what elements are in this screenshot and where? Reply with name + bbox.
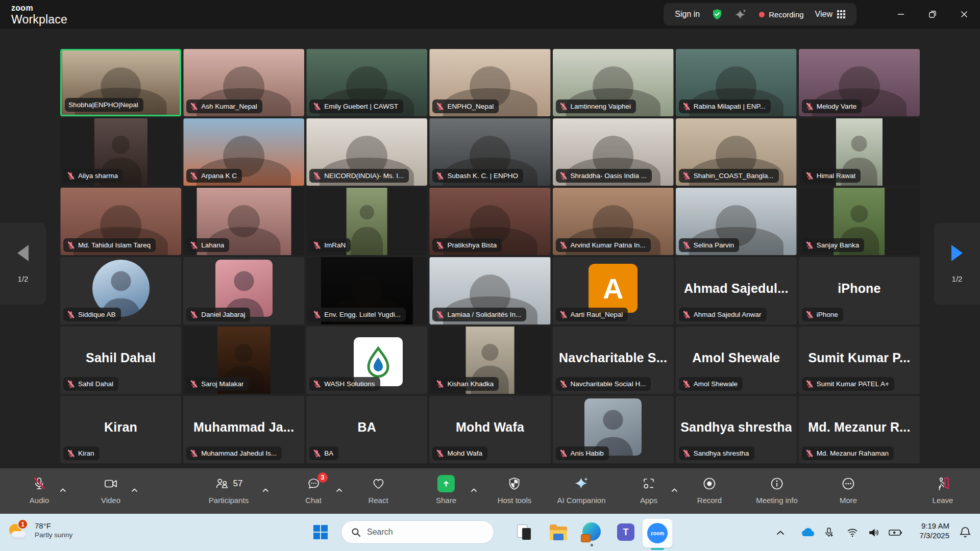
muted-mic-icon <box>682 311 691 319</box>
participant-tile[interactable]: Md. Mezanur R...Md. Mezanur Rahaman <box>799 396 920 463</box>
audio-button[interactable]: Audio <box>30 475 49 505</box>
tray-battery[interactable] <box>884 514 908 551</box>
participant-tile[interactable]: Lamtinneng Vaiphei <box>553 49 674 116</box>
video-options-chevron[interactable] <box>131 485 138 494</box>
participant-tile[interactable]: Shahin_COAST_Bangla... <box>676 118 797 186</box>
participant-tile[interactable]: Selina Parvin <box>676 188 797 255</box>
participant-tile[interactable]: Env. Engg. Luitel Yugdi... <box>306 257 427 324</box>
gallery-previous-page-button[interactable]: 1/2 <box>0 223 46 305</box>
record-button[interactable]: Record <box>697 475 722 505</box>
participant-tile[interactable]: Pratikshya Bista <box>429 188 550 255</box>
participant-tile[interactable]: Shobha|ENPHO|Nepal <box>60 49 181 116</box>
taskbar-app-tasks[interactable] <box>513 521 536 543</box>
taskbar-app-teams[interactable]: T <box>615 521 637 543</box>
taskbar-app-file-explorer[interactable] <box>547 521 570 543</box>
apps-button[interactable]: Apps <box>640 475 657 505</box>
chat-button[interactable]: 3Chat <box>305 475 322 505</box>
taskbar-app-edge[interactable] <box>581 521 603 543</box>
participant-tile[interactable]: Muhammad Ja...Muhammad Jahedul Is... <box>183 396 304 463</box>
participant-tile[interactable]: Himal Rawat <box>799 118 920 186</box>
participant-tile[interactable]: Navcharitable S...Navcharitable Social H… <box>553 327 674 394</box>
participant-tile[interactable]: Shraddha- Oasis India ... <box>553 118 674 186</box>
share-options-chevron[interactable] <box>471 485 477 494</box>
participants-button[interactable]: 57Participants <box>209 475 249 505</box>
participant-tile[interactable]: Siddique AB <box>60 257 181 324</box>
tray-chevron-button[interactable] <box>772 514 789 551</box>
ai-companion-sparkle-icon[interactable] <box>734 8 748 21</box>
chat-options-chevron[interactable] <box>336 485 342 494</box>
participant-tile[interactable]: Lamiaa / Solidarités In... <box>429 257 550 324</box>
taskbar-app-zoom-active[interactable]: zoom <box>642 518 673 548</box>
more-button[interactable]: More <box>840 475 857 505</box>
participant-tile[interactable]: Emily Guebert | CAWST <box>306 49 427 116</box>
participant-tile[interactable]: Mohd WafaMohd Wafa <box>429 396 550 463</box>
toolbar-button-label: Participants <box>209 496 249 505</box>
participant-tile[interactable]: BABA <box>306 396 427 463</box>
close-button[interactable] <box>948 0 980 29</box>
participant-tile[interactable]: Sandhya shresthaSandhya shrestha <box>676 396 797 463</box>
participant-name: Himal Rawat <box>817 172 856 180</box>
tray-volume[interactable] <box>864 514 884 551</box>
participant-tile[interactable]: AAarti Raut_Nepal <box>553 257 674 324</box>
restore-button[interactable] <box>917 0 948 29</box>
apps-options-chevron[interactable] <box>671 485 678 494</box>
tray-microphone[interactable] <box>819 514 839 551</box>
react-button[interactable]: React <box>368 475 388 505</box>
participant-display-name: Md. Mezanur R... <box>808 420 910 435</box>
chevron-up-icon <box>471 488 477 492</box>
participant-tile[interactable]: Daniel Jabaraj <box>183 257 304 324</box>
audio-options-chevron[interactable] <box>60 485 66 494</box>
participant-tile[interactable]: Anis Habib <box>553 396 674 463</box>
tray-wifi[interactable] <box>842 514 863 551</box>
participant-tile[interactable]: Ahmad Sajedul...Ahmad Sajedul Anwar <box>676 257 797 324</box>
info-button[interactable]: Meeting info <box>756 475 798 505</box>
participant-tile[interactable]: Sumit Kumar P...Sumit Kumar PATEL A+ <box>799 327 920 394</box>
participant-tile[interactable]: Arvind Kumar Patna In... <box>553 188 674 255</box>
participant-tile[interactable]: Arpana K C <box>183 118 304 186</box>
participant-name: BA <box>324 449 333 457</box>
participant-tile[interactable]: WASH Solutions <box>306 327 427 394</box>
participant-tile[interactable]: NEICORD(INDIA)- Ms. I... <box>306 118 427 186</box>
participant-tile[interactable]: Md. Tahidul Islam Tareq <box>60 188 181 255</box>
participant-tile[interactable]: Amol ShewaleAmol Shewale <box>676 327 797 394</box>
temperature-label: 78°F <box>35 521 72 531</box>
participant-tile[interactable]: Rabina Milapati | ENP... <box>676 49 797 116</box>
video-button[interactable]: Video <box>101 475 120 505</box>
security-shield-icon[interactable] <box>711 8 723 20</box>
taskbar-clock[interactable]: 9:19 AM 7/3/2025 <box>920 521 949 540</box>
participant-tile[interactable]: KiranKiran <box>60 396 181 463</box>
share-button[interactable]: Share <box>436 475 456 505</box>
ai-button[interactable]: AI Companion <box>557 475 605 505</box>
muted-mic-icon <box>67 241 75 249</box>
participants-options-chevron[interactable] <box>262 485 269 494</box>
muted-mic-icon <box>190 172 198 180</box>
participant-tile[interactable]: Lahana <box>183 188 304 255</box>
taskbar-weather-widget[interactable]: 1 78°F Partly sunny <box>8 519 72 542</box>
participant-tile[interactable]: Ash Kumar_Nepal <box>183 49 304 116</box>
edge-browser-icon <box>582 522 602 542</box>
participant-tile[interactable]: Melody Varte <box>799 49 920 116</box>
notifications-bell-icon[interactable] <box>960 526 971 540</box>
participant-tile[interactable]: ENPHO_Nepal <box>429 49 550 116</box>
muted-mic-icon <box>682 241 691 249</box>
gallery-next-page-button[interactable]: 1/2 <box>934 223 980 305</box>
participant-tile[interactable]: Subash K. C. | ENPHO <box>429 118 550 186</box>
sign-in-button[interactable]: Sign in <box>675 10 700 19</box>
participant-tile[interactable]: Aliya sharma <box>60 118 181 186</box>
participant-tile[interactable]: Kishan Khadka <box>429 327 550 394</box>
host-button[interactable]: Host tools <box>498 475 532 505</box>
tray-onedrive[interactable] <box>795 514 820 551</box>
taskbar-search-input[interactable]: Search <box>341 520 494 544</box>
participant-tile[interactable]: iPhoneiPhone <box>799 257 920 324</box>
view-button[interactable]: View <box>815 10 845 19</box>
leave-button[interactable]: Leave <box>933 475 953 505</box>
minimize-button[interactable] <box>885 0 917 29</box>
participant-tile[interactable]: ImRaN <box>306 188 427 255</box>
participant-tile[interactable]: Sanjay Banka <box>799 188 920 255</box>
participant-tile[interactable]: Saroj Malakar <box>183 327 304 394</box>
participant-name: Rabina Milapati | ENP... <box>694 103 766 110</box>
participant-name: Ash Kumar_Nepal <box>201 103 257 110</box>
start-button[interactable] <box>310 522 331 542</box>
participant-tile[interactable]: Sahil DahalSahil Dahal <box>60 327 181 394</box>
speaker-icon <box>868 528 879 538</box>
